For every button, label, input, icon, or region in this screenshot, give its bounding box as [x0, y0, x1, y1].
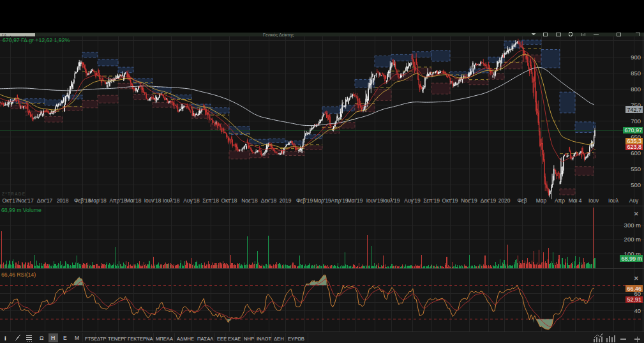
svg-text:Γ.Δ: Γ.Δ	[2, 33, 7, 37]
svg-text:Μαι 4: Μαι 4	[569, 197, 582, 204]
svg-text:635,3: 635,3	[627, 138, 642, 144]
svg-text:900: 900	[631, 54, 641, 61]
svg-text:Ιουλ: Ιουλ	[608, 197, 619, 204]
svg-text:Οκτ'18: Οκτ'18	[221, 197, 237, 204]
svg-text:Μαρ'19: Μαρ'19	[313, 197, 331, 204]
svg-text:66,46 RSI(14): 66,46 RSI(14)	[1, 271, 36, 278]
svg-text:Ω: Ω	[40, 335, 43, 341]
svg-text:Φεβ: Φεβ	[517, 197, 527, 204]
svg-text:Νοε'18: Νοε'18	[241, 197, 258, 204]
svg-text:Αυγ: Αυγ	[629, 197, 639, 204]
svg-text:Μ: Μ	[75, 335, 79, 341]
svg-text:Ιουλ'18: Ιουλ'18	[163, 197, 180, 204]
svg-text:40: 40	[634, 307, 641, 314]
svg-text:800: 800	[631, 86, 641, 93]
svg-text:600: 600	[631, 149, 641, 156]
svg-text:Οκτ'17: Οκτ'17	[3, 197, 19, 204]
svg-text:Νοε'17: Νοε'17	[17, 197, 34, 204]
svg-text:670,97: 670,97	[625, 127, 643, 133]
svg-text:Αυγ'19: Αυγ'19	[404, 197, 421, 204]
svg-text:52,91: 52,91	[627, 296, 642, 303]
svg-text:742,7: 742,7	[627, 107, 642, 113]
svg-text:ΜΠΕΛΑ: ΜΠΕΛΑ	[156, 336, 174, 342]
svg-text:Μαρ: Μαρ	[536, 197, 547, 204]
svg-text:ΕΥΡΩΒ: ΕΥΡΩΒ	[288, 336, 304, 342]
svg-text:ΕΕΕ: ΕΕΕ	[217, 336, 227, 342]
svg-text:Σεπ'18: Σεπ'18	[202, 197, 219, 204]
svg-text:ΔΕΗ: ΔΕΗ	[274, 336, 284, 342]
svg-text:ΠΑΣΑΛ: ΠΑΣΑΛ	[197, 336, 214, 342]
svg-text:Απρ'19: Απρ'19	[331, 197, 348, 204]
svg-text:Φεβ'19: Φεβ'19	[296, 197, 313, 204]
svg-text:Η: Η	[51, 335, 55, 341]
svg-text:66,46: 66,46	[627, 286, 642, 292]
svg-text:Ε: Ε	[63, 335, 67, 341]
svg-text:Απρ'18: Απρ'18	[109, 197, 126, 204]
svg-text:Αυγ'18: Αυγ'18	[183, 197, 200, 204]
svg-text:850: 850	[631, 70, 641, 77]
svg-text:Ιουλ'19: Ιουλ'19	[383, 197, 400, 204]
svg-text:2018: 2018	[57, 197, 69, 204]
svg-text:Z*TRADE: Z*TRADE	[2, 192, 26, 196]
svg-text:Μαι'18: Μαι'18	[126, 197, 142, 204]
svg-text:i: i	[4, 335, 6, 342]
svg-text:Σεπ'19: Σεπ'19	[423, 197, 440, 204]
svg-text:✕: ✕	[634, 275, 639, 282]
svg-text:ΙΝΛΟΤ: ΙΝΛΟΤ	[257, 336, 271, 342]
svg-text:ΝΗΡ: ΝΗΡ	[244, 336, 254, 342]
svg-text:ΓΕΚΤΕΡΝΑ: ΓΕΚΤΕΡΝΑ	[128, 336, 154, 342]
svg-text:670,97 ΓΔ.gr +12,62 1,92%: 670,97 ΓΔ.gr +12,62 1,92%	[3, 37, 70, 43]
svg-text:700: 700	[631, 118, 641, 125]
svg-text:Οκτ'19: Οκτ'19	[442, 197, 458, 204]
svg-text:2020: 2020	[498, 197, 511, 204]
svg-text:200 m: 200 m	[624, 236, 641, 243]
svg-text:Γενικός Δείκτης: Γενικός Δείκτης	[263, 32, 294, 38]
svg-text:300 m: 300 m	[624, 222, 641, 229]
svg-text:2019: 2019	[280, 197, 292, 204]
svg-text:FTSE: FTSE	[85, 336, 97, 342]
svg-text:Δεκ'17: Δεκ'17	[37, 197, 53, 204]
svg-text:Δεκ'18: Δεκ'18	[261, 197, 277, 204]
svg-text:68,99 m: 68,99 m	[622, 255, 643, 262]
svg-text:ΕΧΑΕ: ΕΧΑΕ	[228, 336, 241, 342]
svg-text:Ιουν: Ιουν	[588, 197, 599, 204]
svg-text:Ιουν'18: Ιουν'18	[144, 197, 161, 204]
svg-text:Δεκ'19: Δεκ'19	[481, 197, 497, 204]
svg-text:68,99 m Volume: 68,99 m Volume	[1, 207, 41, 213]
svg-text:Νοε'19: Νοε'19	[461, 197, 477, 204]
svg-text:ΤΕΝΕΡΓ: ΤΕΝΕΡΓ	[108, 336, 127, 342]
svg-text:✕: ✕	[634, 211, 639, 217]
svg-text:500: 500	[631, 181, 641, 188]
svg-text:ΑΔΜΗΕ: ΑΔΜΗΕ	[177, 336, 194, 342]
svg-text:Ιουν'19: Ιουν'19	[366, 197, 384, 204]
svg-text:Μαρ'18: Μαρ'18	[89, 197, 107, 204]
svg-text:550: 550	[631, 165, 641, 172]
svg-text:Μαι'19: Μαι'19	[347, 197, 363, 204]
svg-text:ΔΤΡ: ΔΤΡ	[97, 336, 106, 342]
svg-text:Απρ: Απρ	[555, 197, 565, 204]
